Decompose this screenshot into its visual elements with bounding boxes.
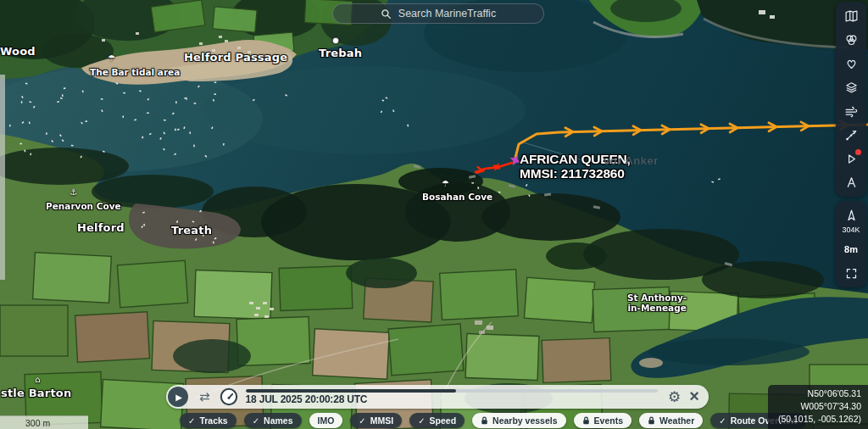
check-icon: ✓ [719,416,726,426]
timeline: 18 JUL 2025 20:00:28 UTC [246,389,658,405]
sidebar-measure-button[interactable] [836,123,866,147]
altitude-label: 8m [844,244,858,254]
sidebar-map-guide-button[interactable] [836,4,866,28]
place-label: Wood [0,45,36,58]
house-icon: ⌂ [35,375,40,384]
place-label: Treath [171,224,212,237]
favorites-icon [844,57,859,71]
toolbar-zoom-panel: 304K 8m [836,201,866,287]
sidebar-favorites-button[interactable] [836,52,866,75]
search-icon [381,8,392,20]
timeline-progress [246,389,456,393]
check-icon: ✓ [253,416,259,426]
toggle-mmsi[interactable]: ✓MMSI [350,413,402,428]
search-bar[interactable]: Search MarineTraffic [332,3,544,24]
map-scale-bar: 300 m [0,415,88,429]
timeline-timestamp: 18 JUL 2025 20:00:28 UTC [246,393,658,405]
measure-icon [844,128,859,142]
map-guide-icon [844,9,859,24]
right-toolbar: 304K 8m [836,2,866,287]
place-label: Trebah [319,47,362,59]
lock-icon [582,416,590,425]
notification-badge [855,149,861,155]
fullscreen-button[interactable] [836,261,866,285]
search-placeholder: Search MarineTraffic [398,8,496,20]
play-icon: ▶ [175,393,182,402]
play-button[interactable]: ▶ [168,387,188,407]
playback-bar: ▶ ⇄ 18 JUL 2025 20:00:28 UTC ⚙ × [166,385,709,409]
toggle-speed[interactable]: ✓Speed [409,413,465,428]
sidebar-wind-button[interactable] [836,99,866,123]
beach-icon: ☂ [442,179,449,188]
coords-lon: W005°07'34.30 [778,400,861,413]
playback-settings-icon[interactable]: ⚙ [668,388,681,405]
filters-icon [844,33,859,47]
fullscreen-icon [845,267,858,280]
sidebar-filters-button[interactable] [836,28,866,52]
toolbar-main-panel [836,2,866,197]
place-label: stle Barton [1,387,71,399]
place-label: Bosahan Cove [422,192,492,202]
routing-icon [844,176,859,190]
poi-icon [332,37,339,44]
vessel-status-ghost-label: vor Anker [604,154,659,167]
layers-icon [844,81,859,95]
marinetraffic-map-view: Wood☂The Bar tidal areaHelford PassageTr… [0,0,868,429]
coords-lat: N50°06'05.31 [778,387,861,400]
place-label: Helford Passage [184,51,287,64]
north-arrow-icon [844,209,859,223]
toggle-weather[interactable]: Weather [639,413,703,428]
coords-decimal: (50.1015, -005.1262) [778,413,861,426]
place-label: Penarvon Cove [46,201,121,211]
beach-icon: ☂ [108,53,115,63]
anchor-icon: ⚓ [70,187,77,197]
toggle-nearby-vessels[interactable]: Nearby vessels [472,413,565,428]
toggle-names[interactable]: ✓Names [244,413,302,428]
close-playback-icon[interactable]: × [689,387,699,406]
toggle-events[interactable]: Events [574,413,632,428]
check-icon: ✓ [418,416,425,426]
place-label: The Bar tidal area [90,67,180,77]
north-arrow-button[interactable] [836,203,866,227]
check-icon: ✓ [188,416,195,426]
lock-icon [648,416,655,425]
playback-speed-icon[interactable] [220,387,238,406]
compare-tracks-icon[interactable]: ⇄ [199,389,210,404]
lock-icon [481,416,488,425]
scale-label: 300 m [25,418,50,428]
sidebar-layers-button[interactable] [836,75,866,99]
place-label: St Anthony- in-Meneage [627,292,687,313]
altitude-button[interactable]: 8m [836,237,866,261]
wind-icon [844,104,859,119]
sidebar-routing-button[interactable] [836,170,866,194]
satellite-map[interactable] [0,0,868,429]
toggle-imo[interactable]: IMO [309,413,343,428]
toggle-tracks[interactable]: ✓Tracks [180,413,236,428]
timeline-scrubber[interactable] [246,389,658,393]
layer-toggles: ✓Tracks✓NamesIMO✓MMSI✓SpeedNearby vessel… [180,413,806,428]
sidebar-playback-button[interactable] [836,147,866,170]
cursor-coordinates: N50°06'05.31 W005°07'34.30 (50.1015, -00… [768,385,868,429]
place-label: Helford [77,221,125,234]
check-icon: ✓ [359,416,365,426]
vessel-mmsi: MMSI: 211732860 [520,166,631,181]
